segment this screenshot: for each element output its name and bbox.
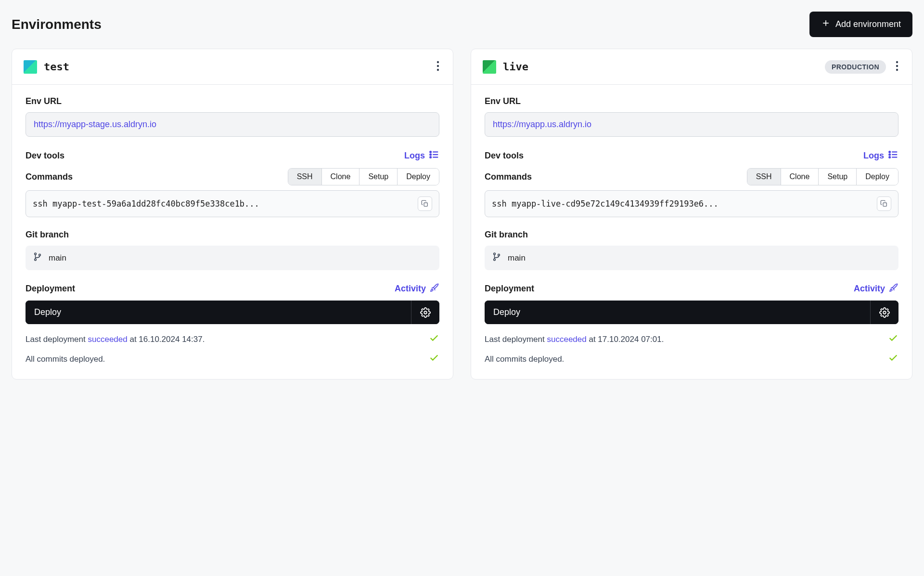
add-environment-label: Add environment: [835, 19, 901, 29]
commits-status-row: All commits deployed.: [26, 353, 439, 366]
logs-link[interactable]: Logs: [404, 149, 439, 162]
environment-card: test Env URL https://myapp-stage.us.aldr…: [12, 49, 453, 380]
svg-point-10: [430, 157, 431, 158]
deployment-status-row: Last deployment succeeded at 17.10.2024 …: [485, 333, 898, 346]
svg-point-12: [35, 253, 37, 255]
env-url-label: Env URL: [485, 96, 898, 106]
commits-status-row: All commits deployed.: [485, 353, 898, 366]
environment-name: test: [44, 61, 69, 73]
deployment-label: Deployment: [26, 284, 75, 294]
env-url-box: https://myapp-stage.us.aldryn.io: [26, 112, 439, 137]
branch-icon: [492, 252, 501, 263]
commits-status-text: All commits deployed.: [26, 354, 105, 364]
activity-link[interactable]: Activity: [395, 283, 439, 295]
deploy-button[interactable]: Deploy: [26, 301, 411, 324]
deployment-status-link[interactable]: succeeded: [88, 335, 127, 344]
deploy-settings-button[interactable]: [411, 301, 439, 324]
svg-point-29: [883, 311, 886, 314]
logs-label: Logs: [404, 151, 425, 161]
deployment-status-text: Last deployment succeeded at 17.10.2024 …: [485, 335, 664, 344]
environment-card: live PRODUCTION Env URL https://myapp.us…: [471, 49, 912, 380]
logs-icon: [888, 149, 898, 162]
command-text: ssh myapp-live-cd95e72c149c4134939ff2919…: [492, 199, 871, 209]
environment-menu-button[interactable]: [435, 59, 441, 75]
tab-setup[interactable]: Setup: [359, 169, 398, 185]
logs-icon: [429, 149, 439, 162]
svg-point-22: [889, 151, 890, 153]
tab-clone[interactable]: Clone: [322, 169, 360, 185]
svg-point-13: [35, 259, 37, 261]
tab-deploy[interactable]: Deploy: [398, 169, 439, 185]
dev-tools-label: Dev tools: [26, 151, 64, 161]
add-environment-button[interactable]: Add environment: [809, 12, 912, 37]
rocket-icon: [430, 283, 439, 295]
environment-menu-button[interactable]: [894, 59, 900, 75]
env-url-box: https://myapp.us.aldryn.io: [485, 112, 898, 137]
deployment-suffix: at 16.10.2024 14:37.: [128, 335, 205, 344]
deploy-button-group: Deploy: [485, 301, 898, 324]
svg-rect-11: [424, 203, 427, 206]
branch-name: main: [508, 253, 526, 263]
deployment-label: Deployment: [485, 284, 534, 294]
deploy-button[interactable]: Deploy: [485, 301, 870, 324]
commits-status-text: All commits deployed.: [485, 354, 564, 364]
production-badge: PRODUCTION: [825, 60, 886, 74]
env-url-link[interactable]: https://myapp-stage.us.aldryn.io: [34, 119, 156, 129]
command-box: ssh myapp-live-cd95e72c149c4134939ff2919…: [485, 190, 898, 217]
check-icon: [888, 353, 898, 366]
env-url-label: Env URL: [26, 96, 439, 106]
git-branch-label: Git branch: [485, 230, 898, 240]
logs-link[interactable]: Logs: [863, 149, 898, 162]
svg-point-26: [494, 253, 496, 255]
tab-clone[interactable]: Clone: [781, 169, 819, 185]
logs-label: Logs: [863, 151, 884, 161]
environment-header: test: [12, 49, 453, 85]
deployment-prefix: Last deployment: [485, 335, 547, 344]
deploy-settings-button[interactable]: [870, 301, 898, 324]
tab-ssh[interactable]: SSH: [747, 169, 781, 185]
svg-point-28: [498, 254, 500, 256]
deployment-status-link[interactable]: succeeded: [547, 335, 586, 344]
svg-point-24: [889, 157, 890, 158]
svg-point-15: [424, 311, 427, 314]
activity-link[interactable]: Activity: [854, 283, 898, 295]
plus-icon: [821, 18, 831, 30]
command-text: ssh myapp-test-59a6a1dd28fc40bc89f5e338c…: [33, 199, 412, 209]
tab-setup[interactable]: Setup: [819, 169, 857, 185]
environment-icon: [483, 60, 496, 74]
deployment-status-text: Last deployment succeeded at 16.10.2024 …: [26, 335, 205, 344]
copy-command-button[interactable]: [418, 196, 432, 211]
svg-rect-25: [883, 203, 886, 206]
commands-label: Commands: [26, 172, 73, 182]
deployment-status-row: Last deployment succeeded at 16.10.2024 …: [26, 333, 439, 346]
deploy-button-group: Deploy: [26, 301, 439, 324]
rocket-icon: [889, 283, 898, 295]
branch-name: main: [49, 253, 66, 263]
svg-point-17: [896, 65, 898, 67]
svg-point-9: [430, 154, 431, 156]
command-tabs: SSH Clone Setup Deploy: [288, 168, 439, 185]
activity-label: Activity: [854, 284, 885, 294]
env-url-link[interactable]: https://myapp.us.aldryn.io: [493, 119, 591, 129]
command-box: ssh myapp-test-59a6a1dd28fc40bc89f5e338c…: [26, 190, 439, 217]
copy-command-button[interactable]: [877, 196, 891, 211]
svg-point-23: [889, 154, 890, 156]
tab-ssh[interactable]: SSH: [288, 169, 322, 185]
svg-point-14: [39, 254, 41, 256]
svg-point-18: [896, 69, 898, 71]
activity-label: Activity: [395, 284, 426, 294]
environment-header: live PRODUCTION: [471, 49, 912, 85]
git-branch-label: Git branch: [26, 230, 439, 240]
command-tabs: SSH Clone Setup Deploy: [747, 168, 898, 185]
svg-point-16: [896, 61, 898, 63]
svg-point-8: [430, 151, 431, 153]
tab-deploy[interactable]: Deploy: [857, 169, 898, 185]
svg-point-2: [437, 61, 439, 63]
deployment-prefix: Last deployment: [26, 335, 88, 344]
check-icon: [429, 333, 439, 346]
commands-label: Commands: [485, 172, 532, 182]
check-icon: [429, 353, 439, 366]
deployment-suffix: at 17.10.2024 07:01.: [587, 335, 664, 344]
branch-box: main: [485, 246, 898, 270]
environment-icon: [24, 60, 37, 74]
